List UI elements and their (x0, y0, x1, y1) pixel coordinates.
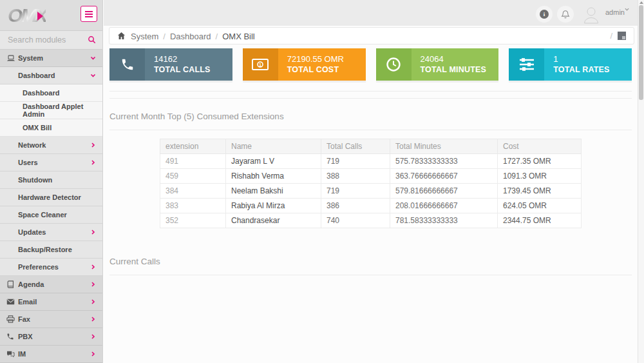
cell-name: Rabiya Al Mirza (226, 199, 321, 213)
stat-cards: 14162 TOTAL CALLS 1 72190.55 OMR TOTAL C… (109, 48, 632, 81)
table-row: 383Rabiya Al Mirza386208.01666666667624.… (160, 199, 582, 213)
sidebar-item-label: Shutdown (18, 176, 52, 184)
vertical-scrollbar[interactable] (638, 0, 644, 363)
column-header-total-calls: Total Calls (321, 139, 390, 154)
total-cost-label: TOTAL COST (287, 64, 344, 75)
cell-total-calls: 719 (321, 184, 390, 199)
cell-total-minutes: 363.76666666667 (390, 169, 498, 184)
total-minutes-value: 24064 (421, 54, 487, 65)
cell-name: Rishabh Verma (226, 169, 321, 184)
cell-extension: 384 (160, 184, 226, 199)
menu-toggle-button[interactable] (80, 6, 97, 22)
sidebar-item-label: Network (18, 141, 46, 149)
sidebar-item-label: System (18, 54, 43, 62)
widget-panel-icon[interactable] (618, 32, 626, 40)
sidebar-item-label: Fax (18, 315, 30, 323)
phone-icon (6, 333, 18, 340)
table-header-row: extensionNameTotal CallsTotal MinutesCos… (160, 139, 582, 154)
sidebar-item-space-cleaner[interactable]: Space Cleaner (0, 206, 102, 224)
breadcrumb-right: / (610, 31, 626, 41)
chevron-right-icon (90, 334, 96, 339)
cell-cost: 1727.35 OMR (498, 154, 582, 169)
user-menu[interactable]: admin (605, 8, 625, 16)
sidebar-menu: SystemDashboardDashboardDashboard Applet… (0, 50, 102, 363)
dashboard-content: 14162 TOTAL CALLS 1 72190.55 OMR TOTAL C… (104, 44, 638, 275)
sidebar-item-updates[interactable]: Updates (0, 224, 102, 241)
breadcrumb-separator: / (163, 32, 166, 41)
column-header-total-minutes: Total Minutes (390, 139, 498, 154)
total-minutes-card[interactable]: 24064 TOTAL MINUTES (376, 48, 499, 81)
sidebar-item-preferences[interactable]: Preferences (0, 259, 102, 276)
cell-name: Chandrasekar (226, 213, 321, 228)
sidebar-item-dashboard[interactable]: Dashboard (0, 84, 102, 102)
logo-triangle-icon (37, 12, 43, 21)
sidebar-item-hardware-detector[interactable]: Hardware Detector (0, 189, 102, 206)
sidebar-item-label: Agenda (18, 280, 44, 288)
sidebar-item-email[interactable]: Email (0, 293, 102, 311)
breadcrumb-item-dashboard[interactable]: Dashboard (170, 32, 211, 41)
total-cost-card[interactable]: 1 72190.55 OMR TOTAL COST (243, 48, 366, 81)
sidebar-item-omx-bill[interactable]: OMX Bill (0, 119, 102, 137)
home-icon[interactable] (117, 32, 126, 40)
cell-total-minutes: 208.01666666667 (390, 199, 498, 213)
table-row: 491Jayaram L V719575.783333333331727.35 … (160, 154, 582, 169)
info-button[interactable]: i (536, 6, 553, 23)
cell-cost: 624.05 OMR (498, 199, 582, 213)
total-rates-card[interactable]: 1 TOTAL RATES (509, 48, 632, 81)
svg-text:1: 1 (259, 63, 261, 67)
breadcrumb-item-system[interactable]: System (131, 32, 158, 41)
total-rates-label: TOTAL RATES (553, 64, 609, 75)
top-consumed-extensions-title: Current Month Top (5) Consumed Extension… (109, 112, 632, 130)
scroll-up-arrow-icon[interactable] (639, 1, 643, 4)
sidebar-item-system[interactable]: System (0, 50, 102, 67)
breadcrumb-item-omx-bill: OMX Bill (222, 32, 255, 41)
cell-total-calls: 388 (321, 169, 390, 184)
scrollbar-thumb[interactable] (639, 5, 643, 100)
notifications-button[interactable] (557, 6, 574, 23)
sidebar-item-users[interactable]: Users (0, 154, 102, 172)
cell-name: Jayaram L V (226, 154, 321, 169)
sidebar-item-im[interactable]: IM (0, 346, 102, 363)
search-icon[interactable] (88, 35, 96, 44)
info-icon: i (540, 10, 549, 19)
cell-total-minutes: 579.81666666667 (390, 184, 498, 199)
cell-extension: 491 (160, 154, 226, 169)
sidebar-item-fax[interactable]: Fax (0, 311, 102, 328)
cell-total-calls: 719 (321, 154, 390, 169)
phone-icon (109, 48, 145, 81)
sidebar-item-label: Email (18, 298, 37, 306)
sidebar-header: OMX (0, 0, 102, 31)
sidebar-item-dashboard[interactable]: Dashboard (0, 67, 102, 84)
sidebar-item-label: Updates (18, 228, 46, 236)
total-rates-value: 1 (553, 54, 609, 65)
breadcrumb-separator: / (610, 31, 612, 41)
breadcrumb-items: System/Dashboard/OMX Bill (131, 30, 255, 42)
breadcrumb: System/Dashboard/OMX Bill / (109, 27, 634, 44)
column-header-extension: extension (160, 139, 226, 154)
printer-icon (6, 315, 18, 323)
total-calls-card[interactable]: 14162 TOTAL CALLS (109, 48, 232, 81)
column-header-cost: Cost (498, 139, 582, 154)
chevron-right-icon (90, 351, 96, 357)
cell-extension: 383 (160, 199, 226, 213)
envelope-icon (6, 299, 18, 305)
app-window: OMX SystemDashboardDashboardDashboard Ap… (0, 0, 644, 363)
total-minutes-label: TOTAL MINUTES (421, 64, 487, 75)
chat-icon (6, 351, 18, 358)
table-row: 459Rishabh Verma388363.766666666671091.3… (160, 169, 582, 184)
chevron-down-icon[interactable] (624, 7, 630, 12)
money-icon: 1 (243, 48, 278, 81)
sidebar-item-label: OMX Bill (23, 124, 52, 132)
sidebar-item-network[interactable]: Network (0, 137, 102, 154)
divider (109, 98, 632, 99)
current-calls-title: Current Calls (109, 257, 632, 275)
sidebar-item-agenda[interactable]: Agenda (0, 276, 102, 293)
sidebar-item-shutdown[interactable]: Shutdown (0, 172, 102, 189)
sidebar-item-pbx[interactable]: PBX (0, 328, 102, 346)
breadcrumb-separator: / (216, 32, 218, 41)
chevron-down-icon (90, 73, 96, 78)
sidebar-item-dashboard-applet-admin[interactable]: Dashboard Applet Admin (0, 102, 102, 119)
chevron-right-icon (90, 160, 96, 165)
sidebar-item-backup-restore[interactable]: Backup/Restore (0, 241, 102, 259)
avatar[interactable] (582, 5, 601, 25)
